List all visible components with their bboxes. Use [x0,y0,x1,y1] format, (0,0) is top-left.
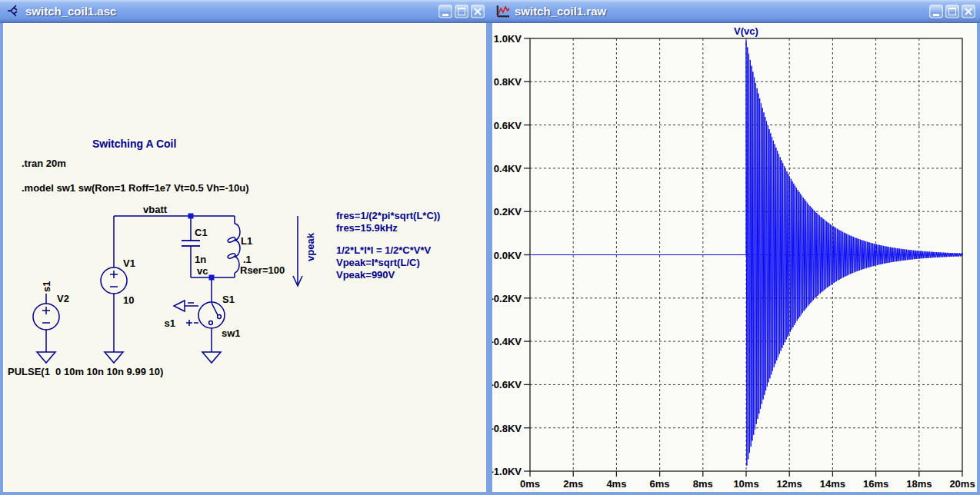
annotation-fres-formula[interactable]: fres=1/(2*pi*sqrt(L*C)) [336,210,440,221]
y-axis-tick-label: -0.8KV [492,423,522,434]
close-button[interactable] [471,5,485,18]
maximize-button[interactable] [945,5,959,18]
x-axis-tick-label: 20ms [949,478,975,490]
y-axis-tick-label: 0.6KV [494,120,522,131]
vpeak-arrow-label[interactable]: vpeak [305,232,316,261]
schematic-drawing: .tran 20m .model sw1 sw(Ron=1 Roff=1e7 V… [3,23,486,492]
annotation-vpeak-formula[interactable]: Vpeak=I*sqrt(L/C) [336,257,420,268]
y-axis-tick-label: 0.8KV [494,76,522,88]
close-icon [965,8,972,15]
schematic-heading[interactable]: Switching A Coil [92,138,176,150]
close-button[interactable] [962,5,975,18]
vpeak-arrow[interactable] [293,216,302,286]
waveform-titlebar[interactable]: switch_coil1.raw [489,0,980,23]
annotation-vpeak-value[interactable]: Vpeak=990V [336,269,395,281]
x-axis-tick-label: 10ms [733,478,758,490]
y-axis-tick-label: 0.2KV [494,206,522,218]
schematic-window[interactable]: switch_coil1.asc [0,0,489,495]
annotation-fres-value[interactable]: fres=15.9kHz [336,222,398,234]
s1-model[interactable]: sw1 [222,327,241,339]
y-axis-tick-label: 0.4KV [494,163,522,174]
net-label-vbatt[interactable]: vbatt [143,204,168,215]
l1-value[interactable]: .1 [243,254,252,265]
annotation-energy-eq[interactable]: 1/2*L*I*I = 1/2*C*V*V [336,244,432,256]
x-axis-tick-label: 2ms [563,478,583,490]
window-title: switch_coil1.asc [25,5,438,18]
component-c1-capacitor[interactable] [182,241,200,246]
y-axis-tick-label: -0.2KV [492,293,522,304]
v2-name[interactable]: V2 [57,293,69,304]
x-axis-tick-label: 16ms [863,478,888,490]
x-axis-tick-label: 6ms [650,478,670,490]
waveform-plot[interactable]: 1.0KV0.8KV0.6KV0.4KV0.2KV0.0KV-0.2KV-0.4… [492,23,977,492]
minimize-icon [442,14,448,16]
component-s1-switch[interactable] [174,301,225,363]
component-l1-inductor[interactable] [227,224,240,273]
plot-title[interactable]: V(vc) [734,25,758,37]
close-icon [474,8,482,15]
minimize-button[interactable] [438,5,452,18]
v1-name[interactable]: V1 [123,257,135,269]
desktop: { "colors": { "titlebar_blue": "#7fa7ec"… [0,0,980,495]
l1-rser[interactable]: Rser=100 [240,264,285,276]
maximize-icon [458,8,465,15]
waveform-plot-canvas[interactable]: 1.0KV0.8KV0.6KV0.4KV0.2KV0.0KV-0.2KV-0.4… [492,23,977,492]
minimize-icon [933,14,939,16]
directive-tran[interactable]: .tran 20m [22,158,66,169]
maximize-button[interactable] [455,5,468,18]
x-axis-tick-label: 12ms [777,478,802,490]
net-label-s1-stub[interactable]: s1 [41,281,52,292]
schematic-text-black: .tran 20m .model sw1 sw(Ron=1 Roff=1e7 V… [8,158,285,377]
maximize-icon [948,8,956,15]
v1-value[interactable]: 10 [123,294,134,306]
y-axis-tick-label: -0.6KV [492,379,522,390]
x-axis-tick-label: 4ms [606,478,626,490]
voltage-trace[interactable] [530,41,962,466]
x-axis-tick-label: 14ms [820,478,845,490]
y-axis-tick-label: -0.4KV [492,336,522,347]
window-title: switch_coil1.raw [515,5,929,18]
net-label-vc[interactable]: vc [197,265,208,277]
x-axis-tick-label: 0ms [520,478,540,490]
minimize-button[interactable] [929,5,943,18]
schematic-canvas[interactable]: .tran 20m .model sw1 sw(Ron=1 Roff=1e7 V… [3,23,486,492]
schematic-titlebar[interactable]: switch_coil1.asc [0,0,489,23]
net-label-s1-ctrl[interactable]: s1 [165,317,175,329]
waveform-window[interactable]: switch_coil1.raw 1.0KV0.8KV0.6KV0.4KV0.2… [489,0,980,495]
y-axis-tick-label: -1.0KV [492,466,522,477]
x-axis-tick-label: 18ms [906,478,932,490]
directive-model[interactable]: .model sw1 sw(Ron=1 Roff=1e7 Vt=0.5 Vh=-… [22,182,248,194]
schematic-document-icon [6,4,22,19]
s1-name[interactable]: S1 [222,294,235,305]
x-axis-tick-label: 8ms [693,478,713,490]
y-axis-tick-label: 1.0KV [494,33,522,45]
v2-pulse-value[interactable]: PULSE(1 0 10m 10n 10n 9.99 10) [8,366,163,377]
waveform-graph-icon [495,4,511,19]
c1-name[interactable]: C1 [195,227,208,238]
l1-name[interactable]: L1 [241,235,252,247]
c1-value[interactable]: 1n [195,254,206,265]
y-axis-tick-label: 0.0KV [494,250,522,261]
